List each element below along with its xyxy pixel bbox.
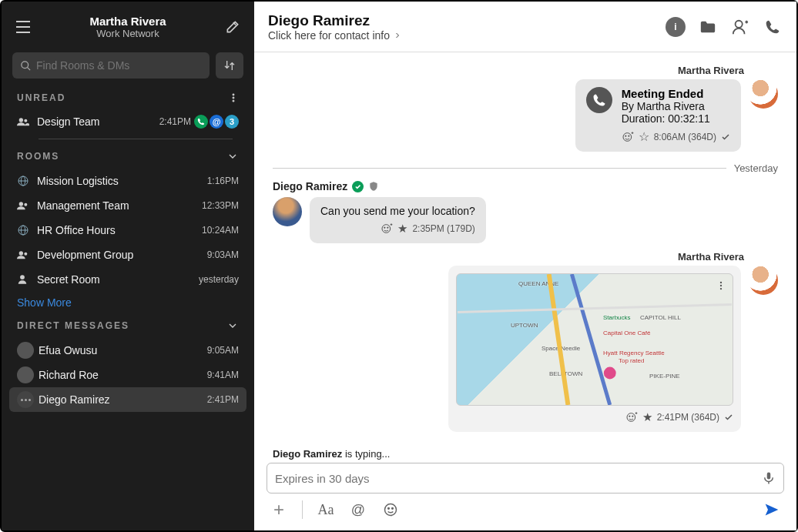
format-button[interactable]: Aa [317, 500, 335, 519]
check-icon [721, 132, 730, 142]
contact-info-link[interactable]: Click here for contact info [268, 29, 666, 42]
sidebar-search[interactable] [12, 52, 210, 79]
dm-time: 2:41PM [207, 394, 239, 405]
section-header-rooms[interactable]: ROOMS [2, 144, 254, 169]
sort-button[interactable] [216, 52, 243, 79]
room-item[interactable]: Secret Roomyesterday [2, 267, 254, 292]
svg-point-19 [24, 253, 27, 256]
section-header-dms[interactable]: DIRECT MESSAGES [2, 313, 254, 338]
show-more-link[interactable]: Show More [2, 292, 254, 313]
dm-label: Richard Roe [39, 369, 207, 381]
room-item[interactable]: Management Team12:33PM [2, 193, 254, 218]
avatar[interactable] [749, 266, 778, 295]
dm-label: Efua Owusu [39, 344, 207, 356]
sender-name: Diego Ramirez [273, 180, 347, 192]
group-icon [17, 117, 29, 126]
more-icon[interactable] [228, 92, 239, 103]
avatar [17, 366, 34, 383]
unread-item-design-team[interactable]: Design Team 2:41PM @ 3 [2, 109, 254, 134]
group-icon [17, 250, 37, 259]
svg-point-20 [20, 275, 25, 279]
chat-header: Diego Ramirez Click here for contact inf… [254, 2, 796, 52]
mic-icon[interactable] [762, 470, 776, 486]
svg-point-26 [628, 136, 629, 136]
folder-icon [699, 19, 716, 35]
sender-name: Martha Rivera [678, 251, 744, 263]
room-label: HR Office Hours [37, 224, 202, 236]
sidebar-search-input[interactable] [36, 59, 202, 72]
react-icon[interactable] [622, 131, 634, 143]
map-roads [457, 274, 733, 405]
phone-badge [194, 115, 208, 129]
phone-icon [765, 19, 780, 35]
dm-item[interactable]: Diego Ramirez2:41PM [9, 387, 246, 412]
chat-pane: Diego Ramirez Click here for contact inf… [254, 2, 796, 530]
map-preview[interactable]: QUEEN ANNE UPTOWN BELLTOWN CAPITOL HILL … [456, 273, 733, 406]
svg-point-47 [392, 508, 394, 510]
star-icon[interactable]: ☆ [639, 129, 649, 144]
call-button[interactable] [763, 17, 783, 37]
svg-point-5 [233, 94, 234, 95]
svg-point-40 [632, 416, 632, 417]
user-plus-icon [732, 18, 749, 35]
avatar[interactable] [273, 197, 302, 226]
svg-point-24 [623, 132, 632, 141]
chevron-down-icon [226, 320, 239, 332]
message-time: 8:06AM (364D) [654, 132, 716, 142]
svg-point-29 [382, 225, 391, 233]
meeting-by: By Martha Rivera [622, 100, 730, 112]
message-time: 2:41PM (364D) [657, 412, 719, 423]
phone-end-icon [586, 87, 612, 113]
svg-point-37 [604, 367, 616, 380]
location-bubble: QUEEN ANNE UPTOWN BELLTOWN CAPITOL HILL … [448, 266, 741, 432]
files-button[interactable] [698, 17, 718, 37]
room-item[interactable]: Mission Logistics1:16PM [2, 169, 254, 193]
identity-block[interactable]: Martha Rivera Work Network [35, 15, 220, 39]
react-icon[interactable] [625, 411, 638, 423]
room-item[interactable]: HR Office Hours10:24AM [2, 218, 254, 243]
compose-button[interactable] [220, 15, 245, 39]
send-button[interactable] [763, 500, 781, 519]
svg-point-30 [384, 227, 385, 228]
emoji-button[interactable] [381, 500, 400, 519]
shield-icon [368, 181, 380, 192]
section-label: DIRECT MESSAGES [17, 320, 129, 331]
dm-item[interactable]: Efua Owusu9:05AM [2, 338, 254, 363]
chevron-right-icon [393, 31, 402, 40]
check-icon [724, 413, 733, 422]
typing-icon [17, 391, 34, 408]
mention-badge: @ [210, 115, 223, 129]
svg-point-46 [388, 508, 390, 510]
composer-input-wrap[interactable] [267, 463, 784, 494]
message-list[interactable]: Martha Rivera Meeting Ended By Martha Ri… [254, 52, 796, 447]
send-icon [763, 502, 780, 517]
react-icon[interactable] [381, 223, 393, 235]
star-icon[interactable]: ★ [642, 410, 652, 424]
mention-button[interactable]: @ [349, 500, 367, 519]
dm-label: Diego Ramirez [39, 393, 207, 406]
dm-item[interactable]: Richard Roe9:41AM [2, 363, 254, 387]
meeting-duration: Duration: 00:32:11 [622, 112, 730, 125]
divider [39, 139, 233, 139]
room-time: 2:41PM [159, 116, 191, 127]
info-button[interactable]: i [666, 17, 686, 37]
avatar [17, 342, 34, 359]
hamburger-menu[interactable] [11, 15, 35, 39]
avatar[interactable] [749, 79, 778, 109]
typing-indicator: Diego Ramirez is typing... [254, 447, 796, 463]
svg-point-14 [24, 203, 27, 206]
attach-button[interactable]: + [270, 500, 288, 519]
add-user-button[interactable] [730, 17, 750, 37]
room-label: Mission Logistics [37, 175, 207, 187]
current-network: Work Network [35, 28, 220, 39]
composer-input[interactable] [275, 472, 762, 485]
svg-point-9 [24, 119, 27, 122]
sort-icon [223, 59, 236, 72]
count-badge: 3 [225, 115, 239, 129]
star-icon[interactable]: ★ [397, 222, 407, 236]
room-item[interactable]: Development Group9:03AM [2, 243, 254, 267]
chat-title: Diego Ramirez [268, 12, 666, 29]
divider [302, 500, 303, 519]
composer: + Aa @ [254, 463, 796, 530]
chevron-down-icon [226, 150, 239, 162]
